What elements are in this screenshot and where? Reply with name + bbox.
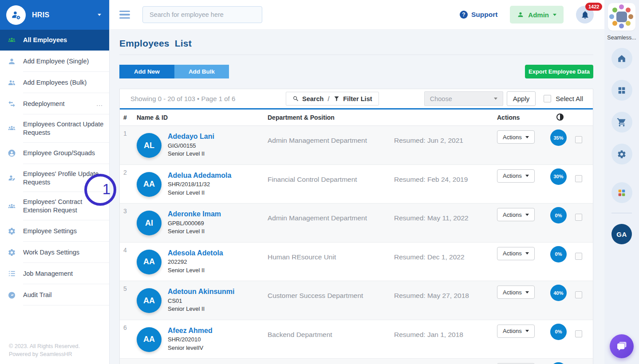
sidebar-item[interactable]: Work Days Settings [0, 242, 109, 263]
bell-icon [580, 10, 590, 20]
search-filter-group: Search / Filter List [286, 92, 379, 106]
chevron-down-icon [525, 291, 529, 294]
support-link[interactable]: ? Support [460, 11, 497, 19]
sidebar-item[interactable]: Redeployment... [0, 93, 109, 114]
sidebar-item-label: Audit Trail [23, 285, 109, 305]
row-checkbox[interactable] [575, 175, 582, 182]
employee-name-link[interactable]: Adedayo Lani [168, 133, 214, 141]
sidebar-item-label: All Employees [23, 30, 109, 50]
home-icon[interactable] [611, 48, 632, 69]
pagination-summary: Showing 0 - 20 of 103 • Page 1 of 6 [130, 95, 286, 102]
row-checkbox[interactable] [575, 214, 582, 221]
employee-name-link[interactable]: Adelua Adedamola [168, 172, 231, 180]
select-all-checkbox[interactable] [544, 95, 551, 102]
avatar: AA [137, 288, 162, 313]
avatar: AL [137, 133, 162, 158]
sidebar-item[interactable]: Employee Group/Squads [0, 143, 109, 164]
gear-icon [0, 248, 23, 257]
avatar: AI [137, 211, 162, 235]
avatar: AA [137, 327, 162, 352]
settings-icon[interactable] [611, 144, 632, 164]
employee-name-link[interactable]: Afeez Ahmed [168, 327, 213, 335]
employee-id: SHR/202010 [168, 336, 268, 343]
sidebar-item[interactable]: Employee Settings [0, 220, 109, 242]
row-number: 5 [123, 281, 137, 320]
actions-button[interactable]: Actions [497, 247, 535, 260]
sidebar-footer: © 2023. All Rights Reserved. Powered by … [9, 342, 80, 359]
table-search-button[interactable]: Search [292, 95, 323, 102]
question-circle-icon: ? [460, 11, 468, 19]
row-number: 6 [123, 320, 137, 359]
employee-level: Senior Level II [168, 228, 268, 235]
people-two-icon [0, 78, 23, 87]
more-indicator: ... [96, 100, 103, 107]
employee-level: Senior Level II [168, 150, 268, 157]
table-row: 5AAAdetoun AkinsunmiCS01Senior Level IIC… [120, 281, 593, 320]
chat-launcher[interactable] [610, 334, 634, 358]
completion-percentage-badge [550, 362, 567, 364]
actions-button[interactable]: Actions [497, 286, 535, 299]
app-window: HRIS All EmployeesAdd Employee (Single)A… [0, 0, 639, 364]
employee-id: CS01 [168, 297, 268, 304]
employee-department: Financial Control Department [268, 165, 394, 204]
hamburger-menu-icon[interactable] [119, 11, 130, 19]
sidebar-item[interactable]: Add Employees (Bulk) [0, 72, 109, 93]
people-group-icon [0, 124, 23, 133]
sidebar-item[interactable]: Employees' Profile Update Requests [0, 164, 109, 192]
filter-list-button[interactable]: Filter List [333, 95, 372, 102]
row-checkbox[interactable] [575, 253, 582, 260]
employee-name-link[interactable]: Adesola Adetola [168, 249, 223, 257]
employee-resumed-date [394, 359, 497, 364]
header-department-position: Department & Position [268, 114, 394, 121]
chevron-down-icon [525, 214, 529, 216]
completion-percentage-badge: 40% [550, 285, 567, 301]
contrast-icon[interactable] [556, 114, 564, 121]
sidebar-item[interactable]: Job Management [0, 263, 109, 284]
sidebar-item[interactable]: Employees' Contract Extension Request [0, 192, 109, 220]
sidebar-item[interactable]: Add Employee (Single) [0, 51, 109, 72]
row-checkbox[interactable] [575, 330, 582, 337]
apps-grid-icon[interactable] [611, 80, 632, 101]
app-switcher-rail: Seamless... GA [604, 0, 639, 364]
employee-level: Senior Level II [168, 267, 268, 274]
actions-button[interactable]: Actions [497, 169, 535, 183]
user-avatar[interactable]: GA [611, 224, 632, 244]
employee-resumed-date: Resumed: Feb 24, 2019 [394, 165, 497, 204]
add-new-button[interactable]: Add New [119, 65, 174, 78]
chevron-down-icon [494, 98, 497, 100]
table-body: 1ALAdedayo LaniGIG/00155Senior Level IIA… [120, 126, 593, 364]
employee-name-link[interactable]: Adetoun Akinsunmi [168, 288, 235, 296]
notifications-button[interactable]: 1422 [576, 6, 594, 23]
seamless-app-logo[interactable] [608, 3, 635, 31]
app-logo-header[interactable]: HRIS [0, 0, 109, 30]
apply-button[interactable]: Apply [507, 91, 536, 106]
cart-icon[interactable] [611, 112, 632, 133]
actions-button[interactable]: Actions [497, 325, 535, 338]
gauge-icon [0, 291, 23, 299]
row-number: 1 [123, 126, 137, 164]
row-checkbox[interactable] [575, 291, 582, 298]
modules-icon[interactable] [611, 182, 632, 203]
sidebar-item[interactable]: Audit Trail [0, 284, 109, 305]
employee-name-link[interactable]: Aderonke Imam [168, 210, 221, 218]
employees-table-card: Showing 0 - 20 of 103 • Page 1 of 6 Sear… [119, 89, 593, 364]
actions-button[interactable]: Actions [497, 130, 535, 144]
page-title: Employees List [119, 38, 593, 49]
sidebar-nav: All EmployeesAdd Employee (Single)Add Em… [0, 30, 109, 305]
sidebar-item-label: Employee Settings [23, 221, 109, 241]
completion-percentage-badge: 35% [550, 129, 567, 146]
sidebar-item[interactable]: Employees Contract Update Requests [0, 114, 109, 143]
sidebar-item[interactable]: All Employees [0, 30, 109, 51]
export-employee-data-button[interactable]: Export Employee Data [525, 65, 593, 78]
employee-search-input[interactable] [142, 6, 262, 23]
choose-select[interactable]: Choose [424, 91, 503, 106]
people-group-icon [0, 202, 23, 211]
admin-menu-button[interactable]: Admin [510, 6, 564, 23]
topbar: ? Support Admin 1422 [110, 0, 604, 30]
add-bulk-button[interactable]: Add Bulk [174, 65, 229, 78]
employee-resumed-date: Resumed: Jun 2, 2021 [394, 126, 497, 164]
row-checkbox[interactable] [575, 136, 582, 143]
title-divider [119, 55, 593, 55]
gear-icon [0, 227, 23, 235]
actions-button[interactable]: Actions [497, 208, 535, 221]
